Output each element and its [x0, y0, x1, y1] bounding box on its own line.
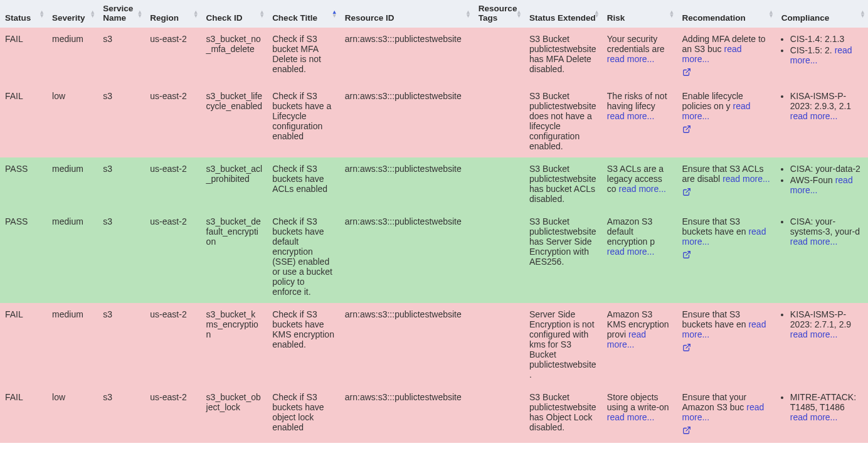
column-label: Status: [5, 13, 31, 23]
sort-icon: ▲▼: [39, 10, 45, 18]
cell-status: PASS: [0, 210, 47, 303]
cell-resource-id: arn:aws:s3:::publictestwebsite: [340, 85, 474, 157]
cell-region: us-east-2: [145, 157, 201, 210]
cell-severity: medium: [47, 210, 98, 303]
cell-status-extended: S3 Bucket publictestwebsite has MFA Dele…: [524, 28, 602, 85]
external-link-icon[interactable]: [682, 68, 691, 77]
cell-status-extended: S3 Bucket publictestwebsite does not hav…: [524, 85, 602, 157]
table-row: PASSmediums3us-east-2s3_bucket_acl_prohi…: [0, 157, 868, 210]
cell-recommendation: Ensure that your Amazon S3 buc read more…: [677, 386, 776, 443]
cell-recommendation: Adding MFA delete to an S3 buc read more…: [677, 28, 776, 85]
sort-icon: ▲▼: [465, 10, 471, 18]
external-link-icon[interactable]: [682, 188, 691, 196]
column-header-check_title[interactable]: Check Title▲▼: [267, 0, 340, 28]
read-more-link[interactable]: read more...: [790, 329, 837, 339]
cell-severity: medium: [47, 303, 98, 386]
column-header-check_id[interactable]: Check ID▲▼: [201, 0, 268, 28]
cell-status-extended: Server Side Encryption is not configured…: [524, 303, 602, 386]
column-label: Status Extended: [529, 13, 596, 23]
svg-line-2: [685, 189, 689, 193]
cell-region: us-east-2: [145, 386, 201, 443]
compliance-item: CISA: your-data-2: [790, 164, 863, 174]
sort-icon: ▲▼: [332, 10, 337, 18]
table-row: FAILlows3us-east-2s3_bucket_lifecycle_en…: [0, 85, 868, 157]
table-row: FAILmediums3us-east-2s3_bucket_kms_encry…: [0, 303, 868, 386]
column-header-severity[interactable]: Severity▲▼: [47, 0, 98, 28]
column-header-compliance[interactable]: Compliance▲▼: [776, 0, 868, 28]
cell-region: us-east-2: [145, 303, 201, 386]
column-label: Risk: [607, 13, 625, 23]
cell-resource-id: arn:aws:s3:::publictestwebsite: [340, 303, 474, 386]
cell-recommendation: Ensure that S3 buckets have en read more…: [677, 210, 776, 303]
compliance-item: KISA-ISMS-P-2023: 2.9.3, 2.1 read more..…: [790, 91, 863, 121]
cell-compliance: MITRE-ATTACK: T1485, T1486 read more...: [776, 386, 868, 443]
column-header-resource_id[interactable]: Resource ID▲▼: [340, 0, 474, 28]
cell-service: s3: [98, 210, 145, 303]
read-more-link[interactable]: read more...: [607, 412, 654, 422]
compliance-item: CIS-1.5: 2. read more...: [790, 45, 863, 65]
svg-line-1: [685, 126, 689, 130]
column-label: Check ID: [206, 13, 243, 23]
cell-service: s3: [98, 303, 145, 386]
column-label: Compliance: [781, 13, 830, 23]
sort-icon: ▲▼: [594, 10, 600, 18]
sort-icon: ▲▼: [259, 10, 265, 18]
cell-compliance: KISA-ISMS-P-2023: 2.9.3, 2.1 read more..…: [776, 85, 868, 157]
cell-tags: [474, 157, 524, 210]
cell-recommendation: Ensure that S3 ACLs are disabl read more…: [677, 157, 776, 210]
cell-check-title: Check if S3 bucket MFA Delete is not ena…: [267, 28, 340, 85]
cell-severity: medium: [47, 157, 98, 210]
cell-tags: [474, 303, 524, 386]
read-more-link[interactable]: read more...: [790, 236, 837, 247]
compliance-item: AWS-Foun read more...: [790, 175, 863, 195]
cell-resource-id: arn:aws:s3:::publictestwebsite: [340, 157, 474, 210]
table-row: FAILmediums3us-east-2s3_bucket_no_mfa_de…: [0, 28, 868, 85]
findings-table: Status▲▼Severity▲▼Service Name▲▼Region▲▼…: [0, 0, 868, 443]
external-link-icon[interactable]: [682, 426, 691, 435]
column-header-region[interactable]: Region▲▼: [145, 0, 201, 28]
cell-status: FAIL: [0, 386, 47, 443]
compliance-list: CISA: your-data-2AWS-Foun read more...: [781, 164, 863, 195]
table-header: Status▲▼Severity▲▼Service Name▲▼Region▲▼…: [0, 0, 868, 28]
column-header-status_ext[interactable]: Status Extended▲▼: [524, 0, 602, 28]
cell-resource-id: arn:aws:s3:::publictestwebsite: [340, 386, 474, 443]
column-header-recommendation[interactable]: Recomendation▲▼: [677, 0, 776, 28]
svg-line-4: [685, 344, 689, 348]
cell-check-id: s3_bucket_object_lock: [201, 386, 268, 443]
cell-check-id: s3_bucket_lifecycle_enabled: [201, 85, 268, 157]
read-more-link[interactable]: read more...: [607, 54, 654, 64]
sort-icon: ▲▼: [90, 10, 95, 18]
column-label: Resource ID: [345, 13, 394, 23]
read-more-link[interactable]: read more...: [790, 111, 837, 121]
cell-recommendation: Enable lifecycle policies on y read more…: [677, 85, 776, 157]
read-more-link[interactable]: read more...: [790, 412, 837, 422]
cell-severity: medium: [47, 28, 98, 85]
column-label: Service Name: [103, 4, 133, 23]
read-more-link[interactable]: read more...: [607, 247, 654, 257]
column-label: Resource Tags: [479, 4, 517, 23]
cell-region: us-east-2: [145, 85, 201, 157]
column-header-risk[interactable]: Risk▲▼: [602, 0, 677, 28]
table-body: FAILmediums3us-east-2s3_bucket_no_mfa_de…: [0, 28, 868, 443]
cell-tags: [474, 85, 524, 157]
cell-region: us-east-2: [145, 210, 201, 303]
column-label: Region: [150, 13, 179, 23]
read-more-link[interactable]: read more...: [722, 174, 770, 184]
cell-check-title: Check if S3 buckets have default encrypt…: [267, 210, 340, 303]
external-link-icon[interactable]: [682, 343, 691, 352]
cell-check-id: s3_bucket_acl_prohibited: [201, 157, 268, 210]
column-header-status[interactable]: Status▲▼: [0, 0, 47, 28]
column-header-service[interactable]: Service Name▲▼: [98, 0, 145, 28]
read-more-link[interactable]: read more...: [619, 184, 666, 194]
cell-severity: low: [47, 85, 98, 157]
cell-tags: [474, 210, 524, 303]
external-link-icon[interactable]: [682, 250, 691, 259]
read-more-link[interactable]: read more...: [607, 111, 654, 121]
sort-icon: ▲▼: [669, 10, 675, 18]
external-link-icon[interactable]: [682, 125, 691, 134]
cell-risk: S3 ACLs are a legacy access co read more…: [602, 157, 677, 210]
svg-line-0: [685, 69, 689, 73]
column-header-tags[interactable]: Resource Tags▲▼: [474, 0, 524, 28]
compliance-list: KISA-ISMS-P-2023: 2.7.1, 2.9 read more..…: [781, 309, 863, 339]
cell-check-id: s3_bucket_no_mfa_delete: [201, 28, 268, 85]
